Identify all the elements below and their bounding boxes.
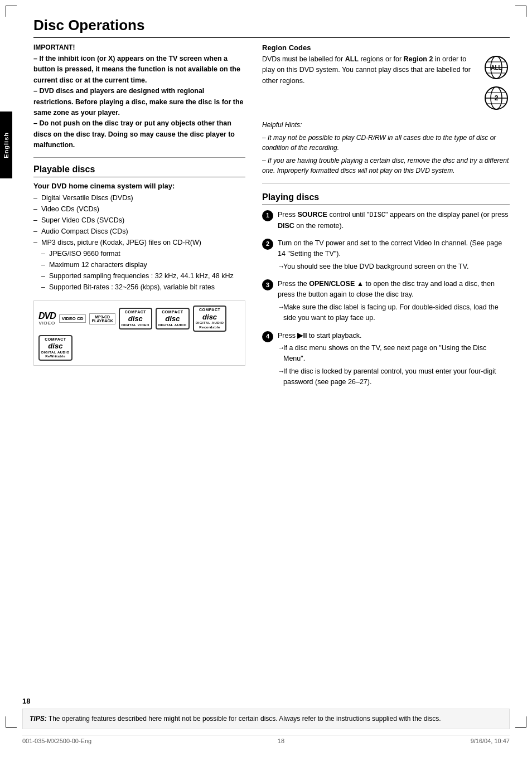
footer-date: 9/16/04, 10:47	[471, 738, 510, 744]
divider-2	[262, 183, 510, 183]
step-2-content: Turn on the TV power and set to the corr…	[278, 238, 510, 272]
hint-1: – It may not be possible to play CD-R/RW…	[262, 133, 510, 153]
play-button-label: ▶II	[297, 332, 307, 340]
step-3-content: Press the OPEN/CLOSE ▲ to open the disc …	[278, 279, 510, 324]
disc-button-label: DISC	[278, 222, 294, 230]
mp3-logo: MP3-CD PLAYBACK	[89, 313, 115, 324]
important-p1: – If the inhibit icon (or X) appears on …	[33, 55, 240, 84]
list-item: Audio Compact Discs (CDs)	[33, 226, 245, 237]
region-text: DVDs must be labelled for ALL regions or…	[262, 54, 477, 86]
source-label: SOURCE	[297, 211, 327, 219]
step-4-number: 4	[262, 331, 273, 342]
globe-all-icon: ALL	[483, 54, 510, 81]
playable-discs-section: Playable discs Your DVD home cinema syst…	[33, 164, 245, 366]
important-section: IMPORTANT! – If the inhibit icon (or X) …	[33, 43, 245, 151]
list-item: Supported Bit-rates : 32~256 (kbps), var…	[33, 282, 245, 293]
list-item: Super Video CDs (SVCDs)	[33, 215, 245, 226]
svg-text:2: 2	[495, 94, 499, 102]
important-p3: – Do not push on the disc tray or put an…	[33, 119, 235, 149]
important-label: IMPORTANT!	[33, 43, 245, 51]
disc-logos: DVD VIDEO VIDEO CD MP3-CD PLAYBACK COMPA…	[33, 300, 245, 366]
globe-2-container: 2	[483, 85, 510, 113]
list-item: Digital Versatile Discs (DVDs)	[33, 192, 245, 203]
page-footer: TIPS: The operating features described h…	[22, 709, 510, 744]
svg-text:ALL: ALL	[491, 65, 501, 71]
tips-text: The operating features described here mi…	[49, 715, 441, 723]
footer-line: 001-035-MX2500-00-Eng 18 9/16/04, 10:47	[22, 735, 510, 744]
main-content: IMPORTANT! – If the inhibit icon (or X) …	[33, 43, 510, 394]
dvd-logo: DVD VIDEO	[38, 312, 56, 326]
left-column: IMPORTANT! – If the inhibit icon (or X) …	[33, 43, 245, 394]
page-number: 18	[22, 697, 30, 705]
right-column: Region Codes DVDs must be labelled for A…	[262, 43, 510, 394]
tips-box: TIPS: The operating features described h…	[22, 709, 510, 729]
globe-2-icon: 2	[483, 85, 510, 112]
playing-discs-title: Playing discs	[262, 192, 510, 205]
videocd-text: VIDEO CD	[62, 316, 84, 321]
region-row: DVDs must be labelled for ALL regions or…	[262, 54, 510, 113]
list-item: JPEG/ISO 9660 format	[33, 248, 245, 259]
playing-discs-section: Playing discs 1 Press SOURCE control unt…	[262, 192, 510, 387]
page-title: Disc Operations	[33, 17, 510, 38]
tips-label: TIPS:	[30, 715, 47, 723]
cd-recordable: COMPACT disc DIGITAL AUDIORecordable	[193, 306, 227, 331]
cd-digital-audio: COMPACT disc DIGITAL AUDIO	[156, 308, 190, 329]
cd-rewritable: COMPACT disc DIGITAL AUDIOReWritable	[38, 335, 72, 361]
all-text: ALL	[345, 55, 359, 63]
step-3-arrow: Make sure the disc label is facing up. F…	[278, 302, 510, 324]
step-4-arrow-2: If the disc is locked by parental contro…	[278, 366, 510, 388]
step-4-content: Press ▶II to start playback. If a disc m…	[278, 331, 510, 388]
video-text: VIDEO	[38, 321, 55, 326]
region-icons: ALL 2	[483, 54, 510, 113]
footer-page: 18	[278, 738, 284, 744]
cd-digital-video: COMPACT disc DIGITAL VIDEO	[119, 308, 152, 329]
step-4-arrow-1: If a disc menu shows on the TV, see next…	[278, 343, 510, 365]
important-text: – If the inhibit icon (or X) appears on …	[33, 54, 245, 151]
step-1-number: 1	[262, 210, 273, 221]
playable-discs-title: Playable discs	[33, 164, 245, 177]
footer-code: 001-035-MX2500-00-Eng	[22, 738, 91, 744]
step-3: 3 Press the OPEN/CLOSE ▲ to open the dis…	[262, 279, 510, 324]
step-1: 1 Press SOURCE control until "DISC" appe…	[262, 210, 510, 231]
disc-display: DISC	[369, 211, 385, 219]
list-item: Supported sampling frequencies : 32 kHz,…	[33, 270, 245, 282]
open-close-label: OPEN/CLOSE ▲	[309, 280, 364, 288]
important-p2: – DVD discs and players are designed wit…	[33, 87, 244, 117]
mp3-text: MP3-CD	[91, 315, 113, 319]
videocd-logo: VIDEO CD	[59, 314, 86, 323]
divider-1	[33, 157, 245, 158]
mp3-playback-text: PLAYBACK	[91, 319, 113, 323]
hint-2: – If you are having trouble playing a ce…	[262, 156, 510, 176]
list-item: MP3 discs, picture (Kodak, JPEG) files o…	[33, 237, 245, 248]
list-item: Maximum 12 characters display	[33, 259, 245, 270]
step-2-arrow: You should see the blue DVD background s…	[278, 261, 510, 272]
region2-text: Region 2	[404, 55, 433, 63]
step-1-content: Press SOURCE control until "DISC" appear…	[278, 210, 510, 231]
region-codes-title: Region Codes	[262, 43, 510, 52]
step-3-number: 3	[262, 279, 273, 290]
step-2: 2 Turn on the TV power and set to the co…	[262, 238, 510, 272]
region-codes-section: Region Codes DVDs must be labelled for A…	[262, 43, 510, 176]
hints-title: Helpful Hints:	[262, 120, 510, 130]
play-intro: Your DVD home cinema system will play:	[33, 182, 245, 190]
list-item: Video CDs (VCDs)	[33, 203, 245, 215]
globe-all-container: ALL	[483, 54, 510, 83]
step-4: 4 Press ▶II to start playback. If a disc…	[262, 331, 510, 388]
helpful-hints: Helpful Hints: – It may not be possible …	[262, 120, 510, 176]
step-2-number: 2	[262, 239, 273, 250]
disc-list: Digital Versatile Discs (DVDs) Video CDs…	[33, 192, 245, 293]
dvd-text: DVD	[38, 312, 56, 321]
